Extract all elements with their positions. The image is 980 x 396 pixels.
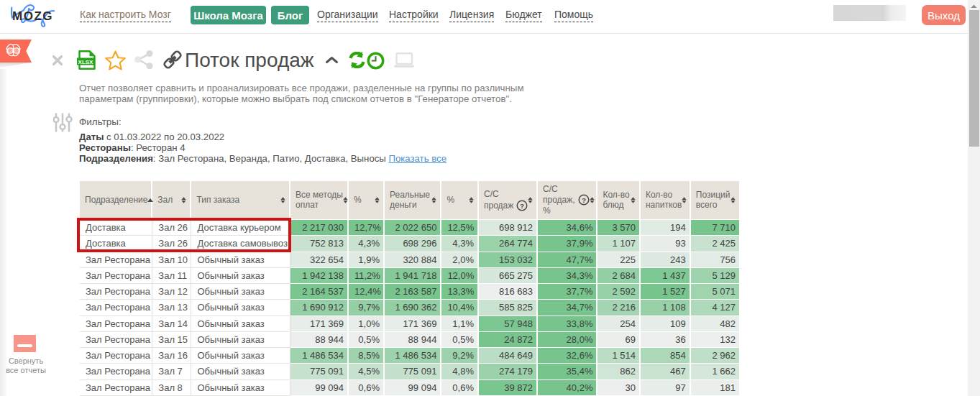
svg-text:?: ? [520, 201, 524, 209]
svg-text:XLSX: XLSX [78, 59, 94, 65]
svg-text:?: ? [582, 196, 586, 204]
svg-text:MOZG: MOZG [12, 9, 53, 23]
